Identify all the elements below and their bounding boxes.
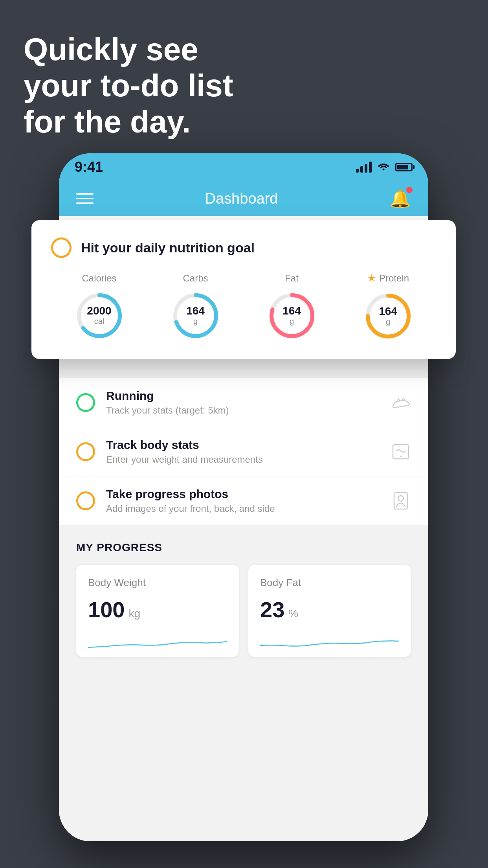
bell-icon[interactable]: 🔔 [389, 188, 411, 209]
todo-item-running[interactable]: Running Track your stats (target: 5km) [59, 378, 428, 427]
stat-label-calories: Calories [82, 273, 116, 284]
progress-unit-weight: kg [128, 607, 140, 620]
nutrition-goal-row: Hit your daily nutrition goal [51, 237, 436, 258]
todo-item-photos[interactable]: Take progress photos Add images of your … [59, 476, 428, 526]
status-bar: 9:41 [59, 153, 428, 181]
svg-point-4 [398, 496, 404, 501]
todo-circle-body-stats [76, 442, 95, 461]
portrait-icon [391, 491, 411, 511]
donut-center-protein: 164 g [379, 305, 397, 327]
stat-item-protein: ★ Protein 164 g [363, 272, 414, 342]
donut-center-fat: 164 g [283, 305, 301, 326]
todo-title-body-stats: Track body stats [106, 438, 380, 452]
progress-unit-fat: % [288, 607, 298, 620]
todo-subtitle-running: Track your stats (target: 5km) [106, 405, 380, 416]
svg-point-0 [383, 169, 385, 171]
donut-center-carbs: 164 g [186, 305, 205, 326]
signal-bars-icon [356, 162, 372, 173]
progress-card-weight[interactable]: Body Weight 100 kg [76, 565, 239, 657]
nutrition-goal-title: Hit your daily nutrition goal [81, 240, 255, 256]
sparkline-weight [88, 632, 227, 655]
notification-dot [406, 187, 413, 193]
progress-value-weight: 100 [88, 597, 125, 622]
nav-bar: Dashboard 🔔 [59, 181, 428, 216]
nutrition-circle-check [51, 237, 72, 258]
stat-label-fat: Fat [285, 273, 299, 284]
scale-icon [391, 441, 411, 462]
todo-text-photos: Take progress photos Add images of your … [106, 487, 380, 514]
headline-line2: your to-do list [24, 68, 233, 104]
wifi-icon [377, 161, 390, 173]
donut-protein: 164 g [363, 291, 414, 342]
progress-section: MY PROGRESS Body Weight 100 kg Body Fat [59, 526, 428, 669]
sparkline-fat [260, 632, 399, 655]
stat-item-calories: Calories 2000 cal [74, 273, 125, 341]
todo-title-running: Running [106, 389, 380, 403]
todo-subtitle-body-stats: Enter your weight and measurements [106, 454, 380, 465]
todo-text-running: Running Track your stats (target: 5km) [106, 389, 380, 416]
battery-icon [395, 163, 413, 171]
headline: Quickly see your to-do list for the day. [24, 31, 233, 140]
progress-value-fat: 23 [260, 597, 284, 622]
hamburger-menu[interactable] [76, 193, 94, 204]
progress-cards: Body Weight 100 kg Body Fat 23 % [76, 565, 411, 657]
donut-carbs: 164 g [170, 290, 221, 341]
nav-title: Dashboard [205, 190, 278, 207]
todo-circle-photos [76, 491, 95, 510]
nutrition-stats: Calories 2000 cal Carbs [51, 272, 436, 342]
progress-card-fat[interactable]: Body Fat 23 % [248, 565, 411, 657]
todo-subtitle-photos: Add images of your front, back, and side [106, 503, 380, 514]
stat-item-fat: Fat 164 g [266, 273, 317, 341]
progress-value-row-fat: 23 % [260, 597, 399, 622]
svg-point-2 [400, 456, 402, 457]
headline-line1: Quickly see [24, 31, 233, 68]
stat-label-protein: ★ Protein [367, 272, 409, 284]
progress-header: MY PROGRESS [76, 541, 411, 554]
stat-item-carbs: Carbs 164 g [170, 273, 221, 341]
todo-text-body-stats: Track body stats Enter your weight and m… [106, 438, 380, 465]
progress-card-title-weight: Body Weight [88, 577, 227, 589]
donut-calories: 2000 cal [74, 290, 125, 341]
donut-center-calories: 2000 cal [87, 305, 111, 326]
todo-item-body-stats[interactable]: Track body stats Enter your weight and m… [59, 427, 428, 476]
todo-circle-running [76, 393, 95, 412]
status-icons [356, 161, 413, 173]
progress-card-title-fat: Body Fat [260, 577, 399, 589]
shoe-icon [391, 392, 411, 413]
nutrition-card: Hit your daily nutrition goal Calories 2… [31, 220, 456, 359]
headline-line3: for the day. [24, 104, 233, 140]
star-icon: ★ [367, 272, 376, 284]
stat-label-carbs: Carbs [183, 273, 208, 284]
status-time: 9:41 [75, 159, 103, 175]
todo-list: Running Track your stats (target: 5km) T… [59, 378, 428, 526]
progress-value-row-weight: 100 kg [88, 597, 227, 622]
donut-fat: 164 g [266, 290, 317, 341]
todo-title-photos: Take progress photos [106, 487, 380, 501]
